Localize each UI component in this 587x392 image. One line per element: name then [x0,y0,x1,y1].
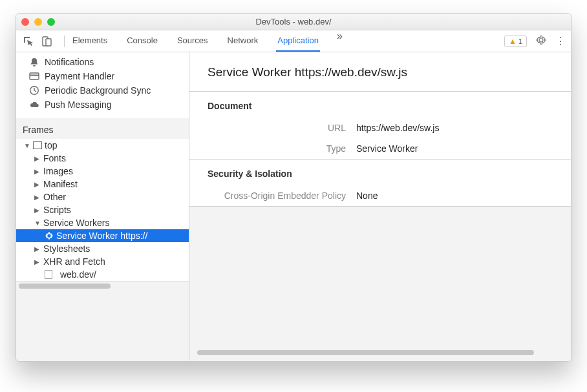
sidebar-item-label: Push Messaging [45,99,112,110]
file-icon [45,270,52,279]
tab-elements[interactable]: Elements [71,30,109,52]
chevron-down-icon: ▼ [34,220,41,227]
svg-rect-2 [30,73,39,79]
tree-item-label: Other [43,192,66,202]
frame-icon [33,141,42,149]
toolbar-separator [64,36,65,47]
application-sidebar: Notifications Payment Handler Periodic B… [16,52,189,361]
window-title: DevTools - web.dev/ [16,17,571,26]
tree-item-label: top [45,140,57,150]
sidebar-item-push-messaging[interactable]: Push Messaging [16,98,189,112]
tree-item-service-worker-selected[interactable]: Service Worker https:// [16,229,189,242]
sidebar-item-periodic-bg-sync[interactable]: Periodic Background Sync [16,83,189,98]
background-services-list: Notifications Payment Handler Periodic B… [16,52,189,118]
type-row: Type Service Worker [189,138,571,159]
type-label: Type [208,143,356,154]
type-value: Service Worker [356,143,418,154]
tree-item-manifest[interactable]: ▶Manifest [16,178,189,191]
tree-item-scripts[interactable]: ▶Scripts [16,203,189,216]
device-toggle-icon[interactable] [39,34,54,48]
chevron-right-icon: ▶ [34,245,41,253]
main-horizontal-scrollbar[interactable] [195,348,566,357]
scrollbar-thumb[interactable] [19,284,111,289]
tree-item-label: Service Worker https:// [56,231,147,241]
frames-section-header: Frames [16,118,189,139]
warnings-count: 1 [518,37,522,45]
card-icon [29,71,39,81]
toolbar-right: ▲ 1 ⋮ [504,35,566,48]
svg-rect-3 [30,75,39,76]
tree-item-label: Scripts [43,205,71,215]
tree-item-top[interactable]: ▼ top [16,139,189,152]
sidebar-item-label: Periodic Background Sync [45,85,151,96]
sidebar-item-notifications[interactable]: Notifications [16,55,189,69]
tree-item-file[interactable]: web.dev/ [16,268,189,281]
frames-tree: ▼ top ▶Fonts ▶Images ▶Manifest ▶Other ▶S… [16,139,189,281]
bell-icon [29,57,39,67]
coep-row: Cross-Origin Embedder Policy None [189,185,571,206]
chevron-right-icon: ▶ [34,194,41,201]
svg-rect-1 [46,39,51,46]
cloud-icon [29,99,39,110]
sidebar-item-payment-handler[interactable]: Payment Handler [16,69,189,83]
warning-icon: ▲ [509,37,517,46]
gear-icon [45,231,54,240]
url-value: https://web.dev/sw.js [356,123,439,133]
document-section: Document URL https://web.dev/sw.js Type … [189,91,571,159]
detail-empty-area [189,206,571,361]
body: Notifications Payment Handler Periodic B… [16,52,571,361]
tab-sources[interactable]: Sources [176,30,209,52]
tree-item-xhr-fetch[interactable]: ▶XHR and Fetch [16,255,189,268]
url-row: URL https://web.dev/sw.js [189,118,571,138]
devtools-toolbar: Elements Console Sources Network Applica… [16,30,571,52]
url-label: URL [208,123,356,133]
tab-application[interactable]: Application [276,30,320,52]
tree-item-label: Stylesheets [43,243,90,254]
tree-item-label: XHR and Fetch [43,256,105,267]
tab-network[interactable]: Network [226,30,260,52]
sidebar-horizontal-scrollbar[interactable] [16,281,189,290]
chevron-right-icon: ▶ [34,258,41,265]
tree-item-label: Fonts [43,153,66,163]
tree-item-fonts[interactable]: ▶Fonts [16,152,189,165]
clock-icon [29,85,39,96]
tree-item-label: Images [43,166,73,176]
document-section-header: Document [189,92,571,118]
sidebar-item-label: Notifications [45,57,94,67]
tree-item-images[interactable]: ▶Images [16,165,189,178]
chevron-right-icon: ▶ [34,207,41,214]
kebab-menu-icon[interactable]: ⋮ [555,35,566,47]
sidebar-item-label: Payment Handler [45,71,114,81]
warnings-badge[interactable]: ▲ 1 [504,36,527,47]
security-section: Security & Isolation Cross-Origin Embedd… [189,159,571,206]
settings-gear-icon[interactable] [536,35,546,48]
devtools-window: DevTools - web.dev/ Elements Console Sou… [16,13,571,362]
tree-item-label: Manifest [43,179,78,189]
coep-value: None [356,191,378,201]
tree-item-label: web.dev/ [60,269,96,280]
chevron-right-icon: ▶ [34,155,41,162]
tab-console[interactable]: Console [125,30,159,52]
panel-tabs: Elements Console Sources Network Applica… [71,30,504,52]
tree-item-stylesheets[interactable]: ▶Stylesheets [16,242,189,255]
scrollbar-thumb[interactable] [197,350,534,355]
titlebar: DevTools - web.dev/ [16,14,571,30]
chevron-right-icon: ▶ [34,181,41,188]
inspect-element-icon[interactable] [21,34,36,48]
detail-title: Service Worker https://web.dev/sw.js [189,52,571,91]
chevron-right-icon: ▶ [34,168,41,175]
tree-item-other[interactable]: ▶Other [16,191,189,203]
security-section-header: Security & Isolation [189,160,571,185]
chevron-down-icon: ▼ [24,142,30,149]
tree-item-service-workers[interactable]: ▼Service Workers [16,216,189,229]
tree-item-label: Service Workers [43,218,109,228]
detail-panel: Service Worker https://web.dev/sw.js Doc… [189,52,571,361]
more-tabs-button[interactable]: » [337,30,343,52]
coep-label: Cross-Origin Embedder Policy [208,191,356,201]
